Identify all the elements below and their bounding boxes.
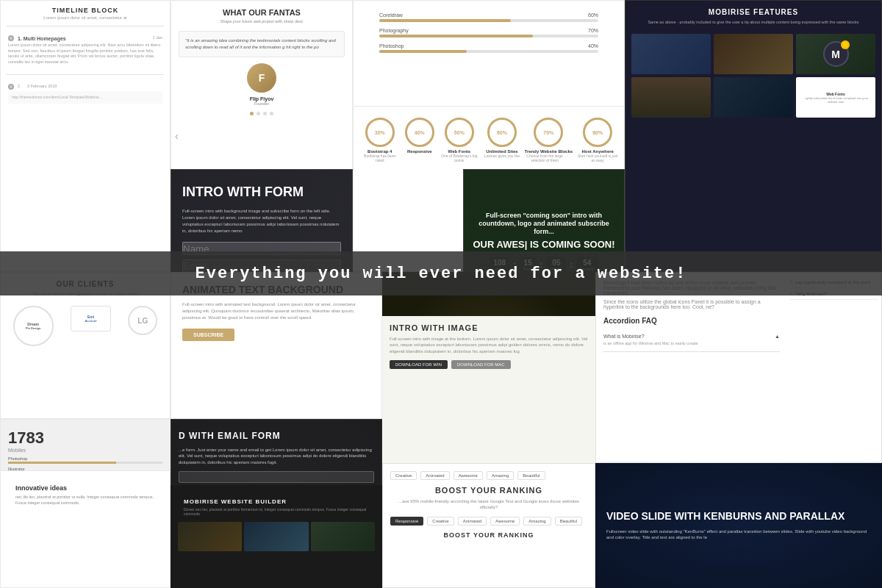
mobirise-thumbs: M Web Fonts ...ightly exhaustive list of… [625,30,881,121]
skill-bar-fill-2 [379,35,533,37]
intro-image-content: INTRO WITH IMAGE Full-screen intro with … [382,316,595,463]
fantas-avatar: F [247,63,276,93]
skill-bar-fill-1 [379,19,511,22]
thumb-4 [631,77,711,118]
animated-bar-fill-1 [8,462,116,464]
animated-bar-1: Photoshop [8,456,162,464]
email-form-name[interactable] [179,471,374,483]
fantas-author-title: Founder [179,101,345,106]
panel-innovative: Innovative ideas nec illo leo, placerat … [0,470,171,588]
stats-content: 30% Bootstrap 4 Bootstrap has been rated… [354,107,624,166]
boost-tab2-animated[interactable]: Animated [458,517,487,526]
boost-tabs-2: Responsive Creative Animated Awesome Ama… [390,517,587,526]
skill-label-2: Photography 70% [379,28,598,33]
client-logo-1: Dream Pix Design [13,306,54,346]
skill-bar-bg-3 [379,50,598,53]
thumb-1 [631,34,711,74]
timeline-item-title-1: 1. Multi Homepages [18,36,66,41]
boost-tab2-creative[interactable]: Creative [427,517,453,526]
fantas-prev-arrow[interactable]: ‹ [175,130,179,142]
skill-row-1: Coreldraw 60% [368,10,609,25]
client-logo-account: Account [85,319,96,323]
subscribe-btn[interactable]: SUBSCRIBE [182,329,234,341]
thumb-3: M [796,34,875,74]
animated-text: Full-screen intro with animated text bac… [182,301,370,321]
panel-mobirise-features: MOBIRISE FEATURES Same as above - probab… [625,0,882,272]
download-win-btn[interactable]: DOWNLOAD FOR WIN [390,360,448,369]
boost-tab-beautiful[interactable]: Beautiful [517,471,545,480]
timeline-item-2: 2 2 February 2018 http://themesforest.co… [1,81,170,107]
stat-desc-1: Bootstrap has been rated [359,154,400,162]
boost-tab-creative[interactable]: Creative [390,471,417,480]
builder-thumb-3 [311,522,375,551]
timeline-dot-2 [8,84,14,90]
timeline-text-1: Lorem ipsum dolor sit amet, consectetur … [8,43,162,65]
web-fonts-desc: ...ightly exhaustive list of fonts compl… [798,96,873,104]
animated-label: Mobiles [8,448,162,453]
download-mac-btn[interactable]: DOWNLOAD FOR MAC [451,360,511,369]
mobirise-builder-title: MOBIRISE WEBSITE BUILDER [178,492,375,507]
innovative-text: nec illo leo, placerat at porttitor ut n… [8,495,162,506]
boost-tab2-responsive[interactable]: Responsive [390,517,423,526]
skill-bar-bg-2 [379,35,598,37]
innovative-content: Innovative ideas nec illo leo, placerat … [1,471,170,513]
overlay-banner: Everything you will ever need for a webs… [0,251,882,295]
stat-item-2: 40% Responsive [405,118,434,162]
stat-item-1: 30% Bootstrap 4 Bootstrap has been rated [359,118,400,162]
skill-label-3: Photoshop 40% [379,43,598,49]
clients-logos: Dream Pix Design Emi Account LG [1,302,170,350]
faq-item-1: What is Mobirise? ▲ is an offline app fo… [603,331,780,352]
panel-video-slide: VIDEO SLIDE WITH KENBURNS AND PARALLAX F… [595,463,882,588]
animated-num: 1783 [8,429,162,448]
timeline-item-1: 1. Multi Homepages 1 Jan Lorem ipsum dol… [1,32,170,68]
fantas-subtitle: Shape your future web project with sharp… [179,19,345,24]
intro-form-title: INTRO WITH FORM [182,184,341,201]
boost-title-2: BOOST YOUR RANKING [390,531,587,539]
panel-faq: Bootstrap 4 had been noted as one of the… [595,272,882,463]
banner-text: Everything you will ever need for a webs… [196,265,687,283]
boost-tab-amazing[interactable]: Amazing [487,471,514,480]
thumb-5 [714,77,793,118]
stat-desc-4: License gives you the [484,154,520,158]
fantas-quote: "It is an amazing idea combining the tes… [179,31,345,57]
boost-tab-animated[interactable]: Animated [420,471,449,480]
fantas-author: Flip Flyov [179,96,345,101]
fantas-dot-1[interactable] [250,112,254,115]
fantas-dot-3[interactable] [263,112,267,115]
stat-circle-1: 30% [365,118,395,147]
mobirise-builder-text: Donec nec leo, placerat at porttitor fer… [178,507,375,516]
timeline-date-1: 1 Jan [153,35,162,41]
stat-item-3: 50% Web Fonts One of Bootstrap's big poi… [439,118,479,162]
stat-circle-2: 40% [405,118,434,147]
builder-thumb-2 [244,522,308,551]
stat-desc-3: One of Bootstrap's big points [439,154,479,162]
stat-item-4: 60% Unlimited Sites License gives you th… [484,118,520,162]
stat-circle-4: 60% [487,118,517,147]
boost-title: BOOST YOUR RANKING [390,486,587,495]
skill-label-1: Coreldraw 60% [379,12,598,18]
builder-thumb-1 [178,522,242,551]
faq-chevron: ▲ [775,334,780,339]
timeline-dot [8,35,14,41]
stat-item-6: 80% Host Anywhere Start host yourself is… [578,118,618,162]
stat-item-5: 70% Trendy Website Blocks Choose from th… [525,118,573,162]
skill-row-2: Photography 70% [368,25,609,40]
fantas-dot-2[interactable] [257,112,260,115]
panel-boost: Creative Animated Awesome Amazing Beauti… [382,463,595,588]
fantas-title: WHAT OUR FANTAS [179,8,345,17]
boost-tab2-beautiful[interactable]: Beautiful [555,517,582,526]
faq-a-1: is an offline app for Window and Mac to … [603,339,780,348]
email-form-title: D WITH EMAIL FORM [179,431,374,441]
boost-tab2-awesome[interactable]: Awesome [490,517,520,526]
boost-tab2-amazing[interactable]: Amazing [523,517,551,526]
thumb-2 [714,34,793,74]
fantas-dot-4[interactable] [270,112,273,115]
faq-right-text-2: Since the icons utilize the global icons… [603,299,780,309]
boost-tab-awesome[interactable]: Awesome [453,471,483,480]
stat-circle-5: 70% [534,118,563,147]
skill-row-3: Photoshop 40% [368,40,609,56]
panel-intro-image: INTRO WITH IMAGE Full-screen intro with … [382,316,595,463]
sun-rays-icon [841,40,850,49]
faq-q-1[interactable]: What is Mobirise? ▲ [603,334,780,339]
stat-desc-5: Choose from the large selection of them [525,154,565,162]
